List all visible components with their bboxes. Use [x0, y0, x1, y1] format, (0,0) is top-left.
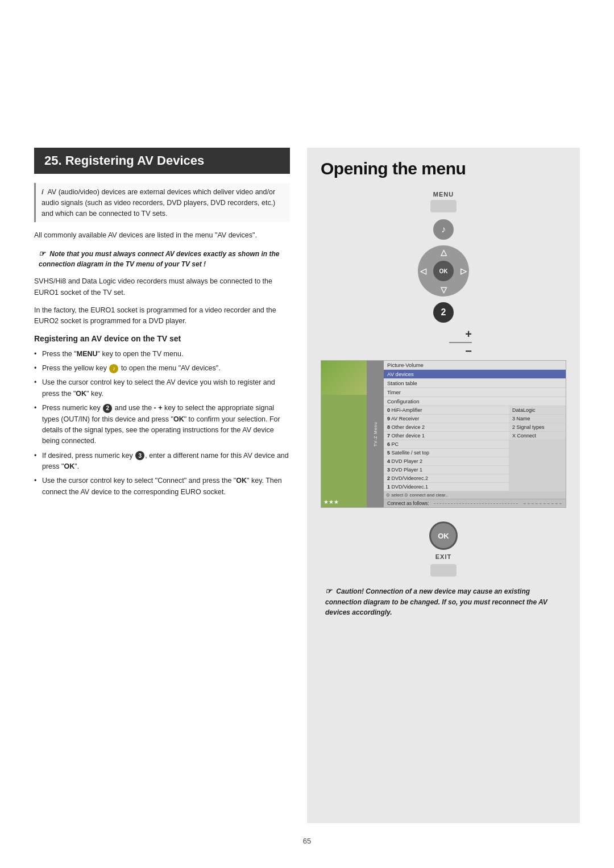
- list-item: Press numeric key 2 and use the - + key …: [34, 403, 290, 447]
- body-text-3: In the factory, the EURO1 socket is prog…: [34, 305, 290, 327]
- dpad-right-arrow[interactable]: ▷: [460, 266, 467, 276]
- list-item: If desired, press numeric key 3, enter a…: [34, 450, 290, 473]
- menu-label: MENU: [430, 191, 457, 198]
- dpad[interactable]: △ ▽ ◁ ▷ OK: [418, 245, 469, 297]
- ok-button-large[interactable]: OK: [429, 521, 458, 550]
- plus-minus-section: + −: [409, 327, 478, 358]
- tv-menu-main: Picture·Volume AV devices Station table …: [384, 361, 566, 507]
- caution-box: ☞ Caution! Connection of a new device ma…: [321, 586, 566, 617]
- info-box-text: AV (audio/video) devices are external de…: [42, 188, 275, 218]
- note-text: ☞ Note that you must always connect AV d…: [34, 248, 290, 270]
- page: 25. Registering AV Devices i AV (audio/v…: [0, 0, 614, 868]
- tv-menu-item-timer: Timer: [384, 388, 566, 397]
- submenu-8: 8 Other device 2: [384, 423, 509, 432]
- list-item: Press the "MENU" key to open the TV menu…: [34, 349, 290, 360]
- submenu-7: 7 Other device 1: [384, 432, 509, 440]
- plus-sign[interactable]: +: [465, 327, 472, 341]
- tv-bottom-bar: ⊙ select ⊙ connect and clear..: [384, 491, 566, 499]
- chapter-heading: 25. Registering AV Devices: [34, 148, 290, 174]
- content-area: 25. Registering AV Devices i AV (audio/v…: [34, 148, 580, 823]
- tv-menu-item-config: Configuration: [384, 397, 566, 406]
- exit-label: EXIT: [435, 553, 451, 560]
- note-icon: ☞: [39, 249, 45, 258]
- num3-icon: 3: [135, 451, 144, 460]
- ok-dpad-center[interactable]: OK: [433, 261, 454, 281]
- list-item: Press the yellow key ♪ to open the menu …: [34, 363, 290, 374]
- caution-icon: ☞: [325, 587, 332, 595]
- submenu-9: 9 AV Receiver: [384, 415, 509, 423]
- right-column: Opening the menu MENU ♪ △ ▽ ◁ ▷ OK: [307, 148, 580, 823]
- submenu-0: 0 HiFi-Amplifier: [384, 406, 509, 415]
- list-item: Use the cursor control key to select the…: [34, 377, 290, 399]
- minus-sign[interactable]: −: [465, 344, 472, 358]
- info-box: i AV (audio/video) devices are external …: [34, 183, 290, 222]
- submenu-5: 5 Satellite / set top: [384, 449, 509, 457]
- submenu-3: 3 DVD Player 1: [384, 466, 509, 474]
- note-content: Note that you must always connect AV dev…: [39, 250, 279, 269]
- menu-section: MENU: [430, 191, 457, 217]
- menu-button[interactable]: [430, 200, 457, 212]
- exit-button[interactable]: [430, 564, 457, 577]
- num2-icon: 2: [103, 404, 112, 413]
- submenu-4: 4 DVD Player 2: [384, 457, 509, 466]
- stars: ★★★: [323, 499, 339, 505]
- ok-label: OK: [438, 532, 449, 540]
- top-spacer: [34, 34, 580, 148]
- subheading: Registering an AV device on the TV set: [34, 334, 290, 343]
- tv-submenu-left: 0 HiFi-Amplifier 9 AV Receiver 8 Other d…: [384, 406, 509, 491]
- tv-menu-screenshot: ★★★ TV-Z Menu Picture·Volume AV devices …: [321, 360, 566, 508]
- tv-submenu: 0 HiFi-Amplifier 9 AV Receiver 8 Other d…: [384, 406, 566, 491]
- caution-text: Caution! Connection of a new device may …: [325, 587, 547, 616]
- tv-menu-item-picture: Picture·Volume: [384, 361, 566, 370]
- tv-submenu-right: DataLogic 3 Name 2 Signal types X Connec…: [509, 406, 566, 491]
- right-name: 3 Name: [509, 415, 566, 423]
- remote-layout: MENU ♪ △ ▽ ◁ ▷ OK 2 +: [321, 191, 566, 583]
- tv-connect-row: Connect as follows: →→→→→→→→→→: [384, 499, 566, 507]
- body-text-1: All commonly available AV devices are li…: [34, 230, 290, 241]
- tv-menu-item-station: Station table: [384, 379, 566, 388]
- right-datalogic: DataLogic: [509, 406, 566, 415]
- submenu-1: 1 DVD/Videorec.1: [384, 483, 509, 491]
- submenu-6: 6 PC: [384, 440, 509, 449]
- bullet-list: Press the "MENU" key to open the TV menu…: [34, 349, 290, 498]
- yellow-music-button[interactable]: ♪: [433, 219, 454, 240]
- right-signal: 2 Signal types: [509, 423, 566, 432]
- body-text-2: SVHS/Hi8 and Data Logic video recorders …: [34, 276, 290, 298]
- chapter-heading-text: 25. Registering AV Devices: [44, 153, 204, 168]
- tv-menu-item-av: AV devices: [384, 370, 566, 379]
- submenu-2: 2 DVD/Videorec.2: [384, 474, 509, 483]
- tv-menu-sidebar-label: TV-Z Menu: [367, 361, 384, 507]
- left-column: 25. Registering AV Devices i AV (audio/v…: [34, 148, 307, 823]
- dpad-left-arrow[interactable]: ◁: [420, 266, 426, 276]
- yellow-key-icon: ♪: [109, 364, 118, 373]
- list-item: Use the cursor control key to select "Co…: [34, 475, 290, 498]
- dpad-up-arrow[interactable]: △: [441, 248, 447, 257]
- right-connect: X Connect: [509, 432, 566, 440]
- page-number: 65: [34, 837, 580, 845]
- dpad-down-arrow[interactable]: ▽: [441, 285, 447, 294]
- numeric-2-button[interactable]: 2: [433, 302, 454, 323]
- info-icon: i: [42, 186, 44, 198]
- tv-thumbnail: ★★★: [321, 361, 367, 507]
- section-title: Opening the menu: [321, 159, 566, 178]
